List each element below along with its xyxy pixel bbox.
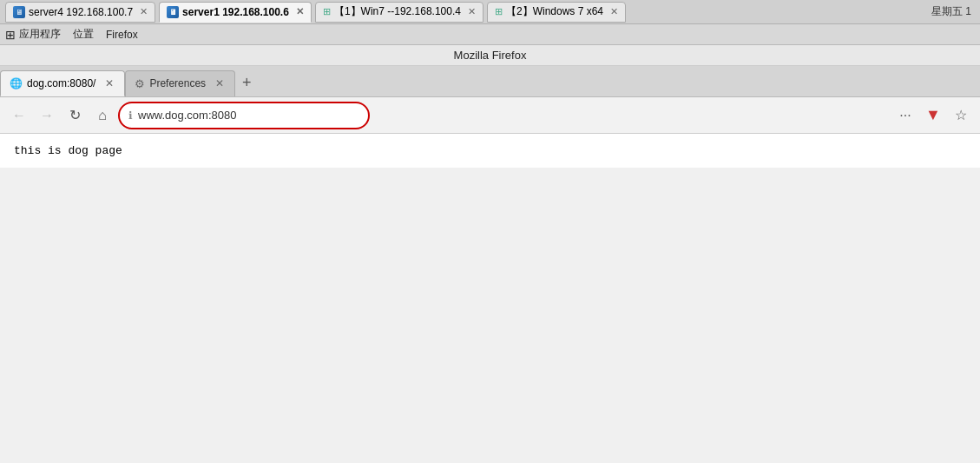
browser-tab-close-dog[interactable]: ✕: [103, 77, 115, 89]
os-tab-close-win7[interactable]: ✕: [468, 6, 476, 17]
back-icon: ←: [12, 108, 26, 123]
toolbar-right-buttons: ··· ▼ ☆: [893, 103, 973, 128]
browser-tab-dog[interactable]: 🌐 dog.com:8080/ ✕: [0, 70, 125, 96]
sys-menu-firefox-label: Firefox: [106, 29, 138, 41]
sys-menu-apps-label: 应用程序: [19, 27, 61, 42]
new-tab-button[interactable]: +: [235, 70, 259, 96]
reload-button[interactable]: ↻: [62, 103, 87, 128]
windows-icon-2: ⊞: [495, 6, 503, 17]
home-button[interactable]: ⌂: [90, 103, 115, 128]
sys-menu-apps[interactable]: ⊞ 应用程序: [5, 27, 61, 42]
os-taskbar-tab-server4[interactable]: 🖥 server4 192.168.100.7 ✕: [5, 2, 155, 23]
sys-menubar: ⊞ 应用程序 位置 Firefox: [0, 24, 980, 45]
os-tab-close-server1[interactable]: ✕: [296, 6, 304, 17]
url-bar[interactable]: ℹ: [118, 102, 370, 129]
os-taskbar: 🖥 server4 192.168.100.7 ✕ 🖥 server1 192.…: [0, 0, 980, 24]
more-button[interactable]: ···: [893, 103, 918, 128]
globe-icon: 🌐: [10, 77, 23, 89]
sys-menu-location[interactable]: 位置: [73, 27, 94, 42]
sys-menu-location-label: 位置: [73, 27, 94, 42]
os-tab-close-server4[interactable]: ✕: [140, 6, 148, 17]
os-tab-label-server4: server4 192.168.100.7: [29, 6, 133, 18]
apps-icon: ⊞: [5, 28, 16, 42]
monitor-icon: 🖥: [13, 6, 25, 18]
browser-tab-dog-label: dog.com:8080/: [27, 77, 95, 89]
browser-tab-prefs-label: Preferences: [149, 77, 206, 89]
page-content: this is dog page: [0, 134, 980, 168]
forward-icon: →: [40, 108, 54, 123]
os-taskbar-tab-server1[interactable]: 🖥 server1 192.168.100.6 ✕: [159, 2, 312, 23]
sys-menu-firefox[interactable]: Firefox: [106, 29, 138, 41]
browser-tab-prefs[interactable]: ⚙ Preferences ✕: [125, 70, 235, 96]
os-tab-label-server1: server1 192.168.100.6: [182, 6, 289, 18]
os-taskbar-tab-win7x64[interactable]: ⊞ 【2】Windows 7 x64 ✕: [487, 2, 626, 23]
bookmark-icon: ☆: [955, 107, 967, 123]
os-tab-label-win7x64: 【2】Windows 7 x64: [506, 4, 603, 19]
home-icon: ⌂: [98, 108, 107, 123]
os-taskbar-tab-win7[interactable]: ⊞ 【1】Win7 --192.168.100.4 ✕: [315, 2, 483, 23]
firefox-title: Mozilla Firefox: [454, 49, 527, 62]
url-input[interactable]: [138, 109, 359, 122]
forward-button[interactable]: →: [35, 103, 59, 128]
os-tab-close-win7x64[interactable]: ✕: [610, 6, 618, 17]
browser-toolbar: ← → ↻ ⌂ ℹ ··· ▼ ☆: [0, 97, 980, 134]
os-tab-label-win7: 【1】Win7 --192.168.100.4: [334, 4, 461, 19]
reload-icon: ↻: [69, 107, 81, 123]
os-time: 星期五 1: [931, 4, 975, 19]
windows-icon: ⊞: [323, 6, 331, 17]
firefox-titlebar: Mozilla Firefox: [0, 45, 980, 66]
os-taskbar-tabs: 🖥 server4 192.168.100.7 ✕ 🖥 server1 192.…: [5, 2, 931, 23]
browser-tab-close-prefs[interactable]: ✕: [214, 77, 226, 89]
more-icon: ···: [899, 108, 911, 123]
browser-tabbar: 🌐 dog.com:8080/ ✕ ⚙ Preferences ✕ +: [0, 66, 980, 97]
bookmark-button[interactable]: ☆: [949, 103, 973, 128]
page-text: this is dog page: [14, 144, 122, 157]
back-button[interactable]: ←: [7, 103, 31, 128]
pocket-button[interactable]: ▼: [921, 103, 945, 128]
pocket-icon: ▼: [925, 106, 941, 124]
gear-icon: ⚙: [135, 77, 145, 90]
monitor-icon-2: 🖥: [167, 6, 179, 18]
url-info-icon: ℹ: [128, 109, 133, 122]
